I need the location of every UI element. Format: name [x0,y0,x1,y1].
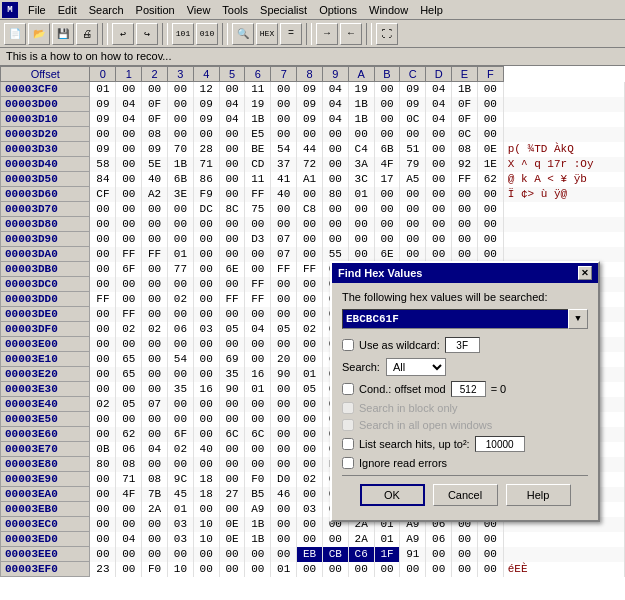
menu-options[interactable]: Options [313,3,363,17]
byte-cell[interactable]: 00 [142,82,168,97]
byte-cell[interactable]: 04 [426,82,452,97]
byte-cell[interactable]: 00 [219,187,245,202]
byte-cell[interactable]: 1E [477,157,503,172]
all-windows-checkbox[interactable] [342,419,354,431]
byte-cell[interactable]: 00 [167,112,193,127]
byte-cell[interactable]: 40 [142,172,168,187]
byte-cell[interactable]: 04 [116,97,142,112]
byte-cell[interactable]: 04 [322,112,348,127]
byte-cell[interactable]: 02 [167,292,193,307]
byte-cell[interactable]: 00 [271,277,297,292]
new-button[interactable]: 📄 [4,23,26,45]
byte-cell[interactable]: 04 [116,112,142,127]
cond-checkbox[interactable] [342,383,354,395]
byte-cell[interactable]: 00 [90,487,116,502]
byte-cell[interactable]: 00 [322,157,348,172]
byte-cell[interactable]: 00 [90,547,116,562]
byte-cell[interactable]: 00 [90,262,116,277]
byte-cell[interactable]: 80 [90,457,116,472]
byte-cell[interactable]: F0 [245,472,271,487]
byte-cell[interactable]: 09 [142,142,168,157]
byte-cell[interactable]: 00 [374,562,400,577]
byte-cell[interactable]: 05 [116,397,142,412]
byte-cell[interactable]: 00 [426,142,452,157]
byte-cell[interactable]: FF [297,262,323,277]
byte-cell[interactable]: 00 [322,532,348,547]
byte-cell[interactable]: 00 [142,547,168,562]
byte-cell[interactable]: 00 [116,337,142,352]
byte-cell[interactable]: 00 [400,127,426,142]
byte-cell[interactable]: 02 [116,322,142,337]
byte-cell[interactable]: 00 [167,457,193,472]
byte-cell[interactable]: 00 [142,382,168,397]
byte-cell[interactable]: 00 [271,112,297,127]
byte-cell[interactable]: FF [245,292,271,307]
byte-cell[interactable]: 00 [374,232,400,247]
byte-cell[interactable]: 00 [297,232,323,247]
byte-cell[interactable]: 27 [219,487,245,502]
byte-cell[interactable]: 00 [90,307,116,322]
byte-cell[interactable]: 00 [477,217,503,232]
byte-cell[interactable]: 04 [219,97,245,112]
byte-cell[interactable]: 17 [374,172,400,187]
byte-cell[interactable]: 0F [142,97,168,112]
menu-edit[interactable]: Edit [52,3,83,17]
byte-cell[interactable]: D0 [271,472,297,487]
byte-cell[interactable]: 03 [167,517,193,532]
byte-cell[interactable]: 00 [90,412,116,427]
byte-cell[interactable]: 09 [297,112,323,127]
byte-cell[interactable]: 00 [477,232,503,247]
byte-cell[interactable]: 10 [167,562,193,577]
byte-cell[interactable]: 01 [167,247,193,262]
byte-cell[interactable]: 00 [90,277,116,292]
byte-cell[interactable]: 04 [426,112,452,127]
byte-cell[interactable]: 00 [245,397,271,412]
byte-cell[interactable]: 1B [452,82,478,97]
byte-cell[interactable]: 1F [374,547,400,562]
byte-cell[interactable]: 00 [297,397,323,412]
byte-cell[interactable]: A9 [245,502,271,517]
byte-cell[interactable]: 00 [219,247,245,262]
byte-cell[interactable]: 6E [374,247,400,262]
byte-cell[interactable]: 00 [167,127,193,142]
byte-cell[interactable]: 00 [271,502,297,517]
byte-cell[interactable]: 0E [219,517,245,532]
byte-cell[interactable]: 00 [297,532,323,547]
menu-window[interactable]: Window [363,3,414,17]
byte-cell[interactable]: 07 [271,247,297,262]
menu-help[interactable]: Help [414,3,449,17]
save-button[interactable]: 💾 [52,23,74,45]
byte-cell[interactable]: 00 [193,547,219,562]
byte-cell[interactable]: 00 [297,487,323,502]
byte-cell[interactable]: 00 [271,427,297,442]
byte-cell[interactable]: 00 [271,442,297,457]
byte-cell[interactable]: 09 [400,97,426,112]
byte-cell[interactable]: 00 [90,532,116,547]
byte-cell[interactable]: 09 [193,112,219,127]
byte-cell[interactable]: 6F [167,427,193,442]
byte-cell[interactable]: 00 [167,202,193,217]
byte-cell[interactable]: 00 [426,127,452,142]
byte-cell[interactable]: 00 [477,202,503,217]
find-hex-dialog[interactable]: Find Hex Values ✕ The following hex valu… [330,261,600,522]
byte-cell[interactable]: 6C [219,427,245,442]
byte-cell[interactable]: 11 [245,82,271,97]
byte-cell[interactable]: 00 [297,337,323,352]
byte-cell[interactable]: 0E [477,142,503,157]
byte-cell[interactable]: 01 [90,82,116,97]
byte-cell[interactable]: 00 [245,547,271,562]
byte-cell[interactable]: CF [90,187,116,202]
byte-cell[interactable]: 01 [348,187,374,202]
byte-cell[interactable]: 51 [400,142,426,157]
byte-cell[interactable]: 10 [193,532,219,547]
byte-cell[interactable]: 00 [348,247,374,262]
byte-cell[interactable]: 00 [167,397,193,412]
byte-cell[interactable]: 00 [219,457,245,472]
byte-cell[interactable]: 45 [167,487,193,502]
byte-cell[interactable]: 00 [322,562,348,577]
byte-cell[interactable]: 00 [271,307,297,322]
byte-cell[interactable]: 18 [193,487,219,502]
byte-cell[interactable]: 00 [452,187,478,202]
byte-cell[interactable]: 00 [142,292,168,307]
byte-cell[interactable]: 00 [400,202,426,217]
